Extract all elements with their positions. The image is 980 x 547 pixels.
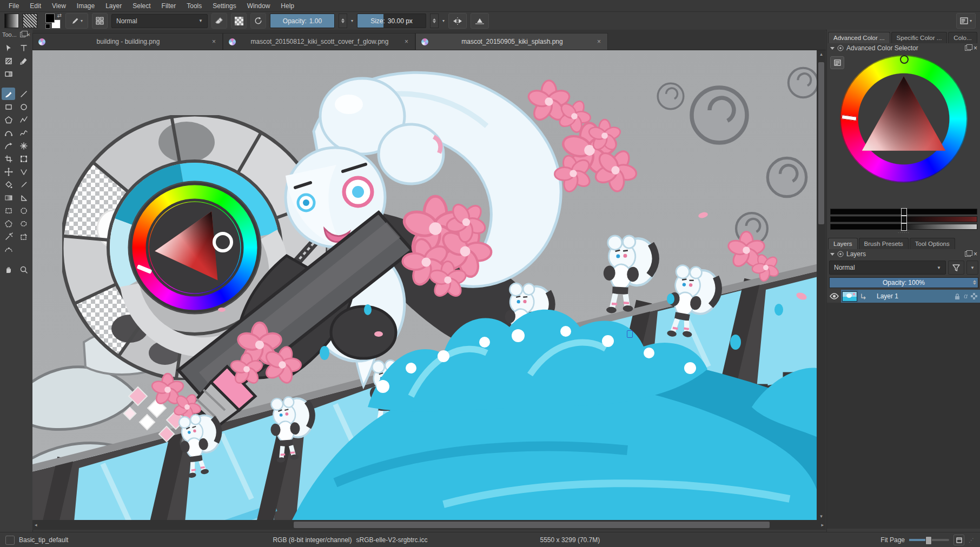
tab-layers[interactable]: Layers xyxy=(828,238,858,249)
tool-color-sampler[interactable] xyxy=(17,178,30,191)
size-spinner[interactable] xyxy=(430,14,439,28)
tool-move[interactable] xyxy=(2,165,15,178)
layer-opacity-slider[interactable]: Opacity: 100% xyxy=(829,277,978,288)
menu-tools[interactable]: Tools xyxy=(181,1,207,11)
tool-calligraphy[interactable] xyxy=(17,55,30,67)
float-docker-icon[interactable] xyxy=(965,251,971,257)
tab-tool-options[interactable]: Tool Options xyxy=(910,238,955,249)
size-slider[interactable]: Size: 30.00 px xyxy=(357,14,426,28)
layer-name[interactable]: Layer 1 xyxy=(869,290,954,303)
foreground-color-swatch[interactable] xyxy=(45,14,55,23)
layer-filter-button[interactable] xyxy=(948,261,964,275)
gradient-chooser-button[interactable] xyxy=(4,14,19,28)
menu-file[interactable]: File xyxy=(3,1,24,11)
tool-polygonal-select[interactable] xyxy=(2,217,15,230)
tab-color-docker[interactable]: Colo... xyxy=(948,32,977,43)
tool-polygon[interactable] xyxy=(2,114,15,126)
layer-list-empty-area[interactable] xyxy=(827,303,980,529)
menu-help[interactable]: Help xyxy=(275,1,300,11)
close-docker-icon[interactable]: × xyxy=(974,44,977,52)
selector-settings-button[interactable] xyxy=(830,56,844,69)
tab-brush-presets[interactable]: Brush Presets xyxy=(859,238,909,249)
tool-line[interactable] xyxy=(17,88,30,100)
foreground-background-colors[interactable]: ⇄ xyxy=(45,14,62,29)
tool-transform[interactable] xyxy=(17,152,30,165)
menu-layer[interactable]: Layer xyxy=(100,1,127,11)
opacity-spinner[interactable] xyxy=(339,14,347,28)
vertical-scrollbar[interactable]: ▴ ▾ xyxy=(817,50,826,520)
docker-resize-handle[interactable]: ······ xyxy=(827,231,980,236)
value-bar[interactable] xyxy=(830,209,977,215)
menu-select[interactable]: Select xyxy=(127,1,156,11)
scroll-left-icon[interactable]: ◂ xyxy=(32,522,39,528)
collapse-icon[interactable] xyxy=(830,253,835,258)
zoom-mode[interactable]: Fit Page xyxy=(880,536,905,544)
tool-rectangle[interactable] xyxy=(2,101,15,113)
tool-pan[interactable] xyxy=(2,263,15,276)
workspace-chooser-button[interactable]: ▾ xyxy=(956,13,976,29)
zoom-slider[interactable] xyxy=(909,539,949,541)
tool-rectangular-select[interactable] xyxy=(2,204,15,217)
tool-contiguous-select[interactable] xyxy=(2,230,15,243)
tool-edit-shapes[interactable] xyxy=(2,55,15,67)
menu-window[interactable]: Window xyxy=(242,1,276,11)
layer-style-icon[interactable] xyxy=(858,290,869,303)
size-options-caret[interactable]: ▾ xyxy=(442,18,445,23)
mirror-horizontal-button[interactable] xyxy=(448,13,467,29)
tool-gradient[interactable] xyxy=(2,191,15,204)
close-icon[interactable]: × xyxy=(596,38,602,45)
zoom-slider-thumb[interactable] xyxy=(925,536,932,545)
tool-select-shapes[interactable] xyxy=(2,42,15,54)
tool-text[interactable] xyxy=(17,42,30,54)
float-docker-icon[interactable] xyxy=(965,45,971,51)
float-docker-icon[interactable] xyxy=(20,32,25,37)
tool-elliptical-select[interactable] xyxy=(17,204,30,217)
preserve-alpha-button[interactable] xyxy=(231,13,247,29)
swap-colors-icon[interactable]: ⇄ xyxy=(57,12,62,18)
menu-image[interactable]: Image xyxy=(71,1,100,11)
tool-multibrush[interactable] xyxy=(17,139,30,152)
reload-preset-button[interactable] xyxy=(250,13,266,29)
canvas-only-mode-button[interactable] xyxy=(953,535,964,545)
horizontal-scrollbar[interactable]: ◂ ▸ xyxy=(32,520,826,530)
mirror-vertical-button[interactable] xyxy=(471,13,489,29)
tool-freehand-path[interactable] xyxy=(17,126,30,139)
tool-bezier-select[interactable] xyxy=(2,243,15,256)
tool-polyline[interactable] xyxy=(17,114,30,126)
tool-gradient-edit[interactable] xyxy=(2,68,15,80)
canvas-viewport[interactable] xyxy=(32,50,817,520)
menu-edit[interactable]: Edit xyxy=(24,1,47,11)
tool-dynamic-brush[interactable] xyxy=(2,139,15,152)
close-icon[interactable]: × xyxy=(403,38,409,45)
collapse-icon[interactable] xyxy=(830,47,835,52)
advanced-color-selector[interactable] xyxy=(827,53,980,208)
tool-ellipse[interactable] xyxy=(17,101,30,113)
lightness-bar[interactable] xyxy=(830,224,977,230)
tool-fill[interactable] xyxy=(2,178,15,191)
eraser-mode-button[interactable] xyxy=(211,13,227,29)
menu-settings[interactable]: Settings xyxy=(207,1,241,11)
document-tab[interactable]: building - building.png × xyxy=(32,33,223,50)
color-history-bars[interactable] xyxy=(827,208,980,230)
pattern-chooser-button[interactable] xyxy=(23,14,37,28)
inherit-alpha-icon[interactable] xyxy=(971,293,977,299)
saturation-bar[interactable] xyxy=(830,216,977,222)
brush-presets-button[interactable] xyxy=(92,13,108,29)
reset-colors-icon[interactable] xyxy=(45,24,50,29)
layer-filter-options-button[interactable]: ▼ xyxy=(966,261,978,275)
brush-preset-icon[interactable] xyxy=(5,536,15,545)
tool-similar-color-select[interactable] xyxy=(17,230,30,243)
layer-opacity-spinner[interactable] xyxy=(971,278,978,286)
close-icon[interactable]: × xyxy=(211,38,217,45)
menu-view[interactable]: View xyxy=(47,1,71,11)
layer-visibility-toggle[interactable] xyxy=(827,290,841,303)
tool-outline-select[interactable] xyxy=(17,217,30,230)
hue-ring-selector[interactable] xyxy=(840,55,968,183)
tool-measure[interactable] xyxy=(17,165,30,178)
horizontal-scroll-thumb[interactable] xyxy=(294,522,770,528)
document-tab[interactable]: mascot_20150812_kiki_scott_cover_f_glow.… xyxy=(223,33,415,50)
opacity-options-caret[interactable]: ▾ xyxy=(351,18,353,23)
layer-row-selected[interactable]: Layer 1 α xyxy=(827,290,980,303)
tool-freehand-brush[interactable] xyxy=(2,88,15,100)
tool-crop[interactable] xyxy=(2,152,15,165)
